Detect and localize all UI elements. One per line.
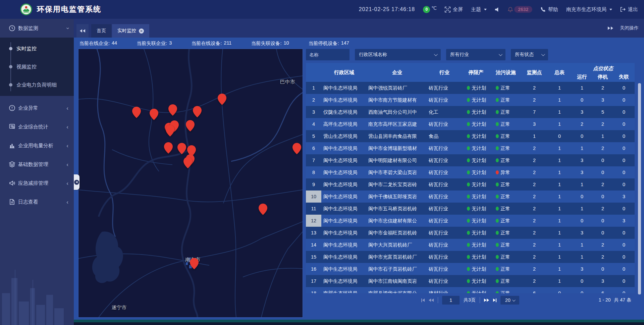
- map-pin-icon[interactable]: [186, 120, 195, 133]
- sidebar-item-base-data[interactable]: 基础数据管理 ‹: [0, 155, 74, 174]
- map-pin-icon[interactable]: [164, 142, 173, 155]
- cell-company: 阆中大兴页岩机砖厂: [367, 239, 427, 251]
- cell-index: 10: [306, 191, 321, 203]
- page-size-select[interactable]: 20: [500, 296, 519, 305]
- first-page-button[interactable]: [421, 299, 425, 302]
- table-row[interactable]: 9 阆中生态环境局 阆中市二龙长宝页岩砖 砖瓦行业 无计划: [306, 178, 635, 191]
- tabs-scroll-left-button[interactable]: [76, 24, 89, 38]
- bullet-dot-icon: [9, 83, 12, 87]
- fullscreen-button[interactable]: 全屏: [445, 6, 463, 13]
- status-dot-icon: [496, 134, 499, 138]
- map-pin-icon[interactable]: [177, 143, 186, 156]
- tabs-scroll-right-button[interactable]: [608, 26, 613, 30]
- chevron-left-icon: ‹: [66, 105, 68, 111]
- cell-points: 2: [521, 251, 547, 263]
- cell-run: 3: [572, 166, 592, 178]
- table-row[interactable]: 5 营山生态环境局 营山县润丰肉食品有限 食品 无计划: [306, 130, 635, 142]
- next-page-button[interactable]: [484, 299, 489, 302]
- notifications-button[interactable]: 2632: [508, 6, 532, 13]
- map-pin-icon[interactable]: [218, 94, 226, 106]
- cell-company: 阆中千佛镇五郎垭页岩: [367, 191, 427, 203]
- map-pin-icon[interactable]: [183, 157, 192, 170]
- tabbar: 首页 实时监控 ✕ 关闭操作: [74, 19, 644, 38]
- map-pin-icon[interactable]: [166, 125, 174, 138]
- org-dropdown[interactable]: 南充市生态环境局: [566, 6, 612, 13]
- stat-label: 当前失联设备:: [251, 40, 281, 47]
- cell-company: 营山县润丰肉食品有限: [367, 130, 427, 142]
- sidebar-item-data-monitor[interactable]: 数据监测 ‹: [0, 19, 74, 38]
- cell-total: 1: [547, 82, 572, 94]
- industry-filter-select[interactable]: 所有行业: [446, 49, 505, 60]
- table-row[interactable]: 15 阆中生态环境局 阆中市光富页岩机砖厂 砖瓦行业 无计划: [306, 251, 635, 263]
- prev-page-button[interactable]: [429, 299, 434, 302]
- cell-facility-status: 正常: [490, 82, 521, 94]
- map-pin-icon[interactable]: [190, 258, 199, 271]
- cell-total: 1: [547, 215, 572, 227]
- chevron-down-icon: [484, 9, 487, 10]
- table-row[interactable]: 3 仪陇生态环境局 西南油气田分公司川中 化工 无计划: [306, 106, 635, 118]
- cell-company: 阆中强锐页岩砖厂: [367, 82, 427, 94]
- cell-industry: 砖瓦行业: [427, 142, 462, 154]
- logout-button[interactable]: 退出: [620, 6, 638, 13]
- map-city-label: 巴中市: [280, 79, 295, 85]
- table-row[interactable]: 2 阆中生态环境局 阆中市南方节能建材有 砖瓦行业 无计划: [306, 94, 635, 106]
- status-filter-select[interactable]: 所有状态: [511, 49, 548, 60]
- sidebar-item-enterprise-abnormal[interactable]: 企业异常 ‹: [0, 99, 74, 117]
- cell-region: 阆中生态环境局: [321, 227, 367, 239]
- phone-icon: [540, 7, 546, 12]
- theme-dropdown[interactable]: 主题: [471, 6, 487, 13]
- map-pin-icon[interactable]: [132, 107, 141, 119]
- cell-region: 阆中生态环境局: [321, 94, 367, 106]
- name-filter-input[interactable]: [306, 49, 350, 60]
- tab-close-icon[interactable]: ✕: [139, 29, 144, 34]
- table-row[interactable]: 4 高坪生态环境局 南充市高坪区王家店建 砖瓦行业 无计划: [306, 118, 635, 130]
- table-row[interactable]: 14 阆中生态环境局 阆中大兴页岩机砖厂 砖瓦行业 无计划: [306, 239, 635, 251]
- map-panel[interactable]: 巴中市 南充市 遂宁市: [78, 49, 303, 317]
- cell-stop-status: 无计划: [462, 251, 490, 263]
- status-dot-icon: [467, 207, 470, 211]
- table-row[interactable]: 11 阆中生态环境局 阆中市五马桥页岩机砖 砖瓦行业 无计划: [306, 203, 635, 215]
- map-pin-icon[interactable]: [292, 143, 301, 156]
- facility-status-text: 正常: [500, 85, 510, 91]
- sidebar-subitem[interactable]: 企业电力负荷明细: [0, 76, 74, 94]
- fullscreen-label: 全屏: [453, 6, 463, 13]
- col-halt: 停机: [592, 72, 613, 82]
- table-row[interactable]: 7 阆中生态环境局 阆中明阳建材有限公司 砖瓦行业 无计划: [306, 154, 635, 166]
- sidebar-subitem[interactable]: 实时监控: [0, 40, 74, 58]
- status-dot-icon: [496, 207, 499, 211]
- close-operations-button[interactable]: 关闭操作: [620, 25, 639, 31]
- cell-facility-status: 正常: [490, 106, 521, 118]
- table-row[interactable]: 8 阆中生态环境局 阆中市枣碧大梁山页岩 砖瓦行业 无计划: [306, 166, 635, 178]
- table-row[interactable]: 16 阆中生态环境局 阆中市石子页岩机砖厂 砖瓦行业 无计划: [306, 263, 635, 275]
- facility-status-text: 正常: [500, 242, 510, 248]
- cell-region: 高坪生态环境局: [321, 118, 367, 130]
- sidebar-item-power-analysis[interactable]: 企业用电量分析 ‹: [0, 136, 74, 155]
- table-row[interactable]: 18 南部生态环境局 南部县鸿华水泥有限公 建材行业 无计划: [306, 287, 635, 293]
- tab-realtime-monitor[interactable]: 实时监控 ✕: [112, 24, 149, 38]
- last-page-button[interactable]: [493, 299, 496, 302]
- region-filter-select[interactable]: 行政区域名称: [355, 49, 441, 60]
- table-row[interactable]: 10 阆中生态环境局 阆中千佛镇五郎垭页岩 砖瓦行业 无计划: [306, 191, 635, 203]
- map-pin-icon[interactable]: [168, 104, 177, 117]
- status-dot-icon: [467, 98, 470, 102]
- cell-index: 4: [306, 118, 321, 130]
- sidebar-item-enterprise-stats[interactable]: 企业综合统计 ‹: [0, 117, 74, 136]
- map-pin-icon[interactable]: [150, 109, 158, 121]
- page-input[interactable]: [442, 296, 460, 305]
- map-pin-icon[interactable]: [193, 106, 202, 119]
- table-row[interactable]: 13 阆中生态环境局 阆中市金福旺页岩机砖 砖瓦行业 无计划: [306, 227, 635, 239]
- sidebar-collapse-handle[interactable]: [74, 174, 79, 190]
- stat-label: 当前在线企业:: [79, 40, 110, 47]
- table-row[interactable]: 1 阆中生态环境局 阆中强锐页岩砖厂 砖瓦行业 无计划: [306, 82, 635, 94]
- help-button[interactable]: 帮助: [540, 6, 558, 13]
- table-scrollbar[interactable]: [638, 83, 641, 294]
- sidebar-item-emergency[interactable]: 应急减排管理 ‹: [0, 174, 74, 193]
- map-pin-icon[interactable]: [259, 204, 267, 216]
- table-row[interactable]: 17 阆中生态环境局 阆中市江南镇阆南页岩 砖瓦行业 无计划: [306, 275, 635, 287]
- table-row[interactable]: 12 阆中生态环境局 阆中市忠信建材有限公 砖瓦行业 无计划: [306, 215, 635, 227]
- mute-button[interactable]: [495, 7, 500, 12]
- sidebar-item-logs[interactable]: 日志查看 ‹: [0, 193, 74, 211]
- tab-home[interactable]: 首页: [91, 24, 111, 38]
- table-row[interactable]: 6 阆中生态环境局 阆中市金博瑞新型墙材 砖瓦行业 无计划: [306, 142, 635, 154]
- sidebar-subitem[interactable]: 视频监控: [0, 58, 74, 76]
